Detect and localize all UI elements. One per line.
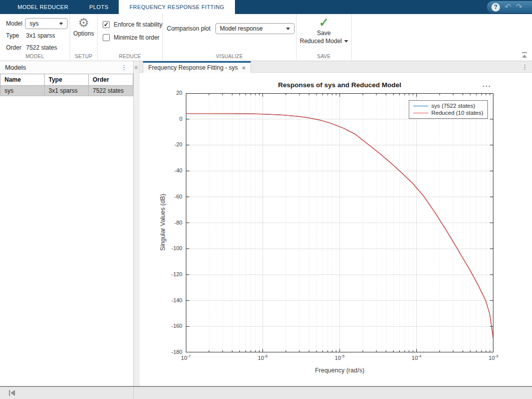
y-tick-label: -40 [159, 167, 182, 173]
save-button-label-line2: Reduced Model [300, 38, 342, 45]
model-reducer-app: MODEL REDUCER PLOTS FREQUENCY RESPONSE F… [0, 0, 532, 399]
cell-type: 3x1 sparss [45, 86, 89, 96]
y-tick-label: -20 [159, 141, 182, 147]
tab-model-reducer[interactable]: MODEL REDUCER [7, 0, 79, 14]
legend-entry-reduced: Reduced (10 states) [409, 109, 487, 116]
save-check-icon: ✓ [297, 16, 351, 29]
table-row-sys[interactable]: sys 3x1 sparss 7522 states [1, 86, 133, 96]
plot-title: Responses of sys and Reduced Model [186, 81, 493, 89]
document-menu-icon[interactable]: ⋮ [521, 63, 528, 71]
document-panel: Frequency Response Fitting - sys × ⋮ Res… [139, 61, 532, 386]
gear-icon: ⚙ [70, 16, 97, 29]
enforce-fit-stability-checkbox[interactable]: ✓ [103, 21, 110, 28]
toolstrip-tab-bar: MODEL REDUCER PLOTS FREQUENCY RESPONSE F… [0, 0, 532, 14]
plot-options-icon[interactable]: ⋯ [482, 81, 491, 92]
models-panel: Models ⋮ Name Type Order sys 3x1 sparss … [0, 61, 134, 386]
options-button-label: Options [70, 30, 97, 37]
tab-frequency-response-fitting[interactable]: FREQUENCY RESPONSE FITTING [119, 0, 234, 14]
cell-name: sys [1, 86, 45, 96]
ribbon-section-visualize: Comparison plot Model response VISUALIZE [163, 14, 297, 61]
y-tick-label: 0 [159, 116, 182, 122]
x-tick-label: 10-6 [251, 354, 275, 361]
document-tab-label: Frequency Response Fitting - sys [148, 64, 238, 71]
y-tick-label: -120 [159, 271, 182, 277]
section-title-setup: SETUP [70, 54, 97, 59]
panel-splitter[interactable]: ≡ [134, 61, 139, 386]
cell-order: 7522 states [89, 86, 133, 96]
tab-plots[interactable]: PLOTS [79, 0, 119, 14]
models-col-order: Order [89, 74, 133, 86]
dropdown-caret-icon [344, 40, 348, 43]
section-title-save: SAVE [297, 54, 351, 59]
plot-legend[interactable]: sys (7522 states) Reduced (10 states) [409, 100, 488, 119]
y-tick-label: -140 [159, 297, 182, 303]
comparison-plot-label: Comparison plot [167, 25, 210, 32]
legend-label-reduced: Reduced (10 states) [431, 110, 483, 116]
collapse-panel-icon[interactable] [9, 390, 15, 396]
models-panel-menu-icon[interactable]: ⋮ [121, 64, 127, 71]
order-label: Order [6, 44, 22, 51]
models-panel-title: Models [5, 64, 121, 71]
section-title-visualize: VISUALIZE [163, 54, 296, 59]
options-button[interactable]: ⚙ Options [70, 16, 97, 37]
model-label: Model [6, 20, 23, 27]
status-bar-divider [133, 387, 134, 399]
y-tick-label: 20 [159, 90, 182, 96]
dropdown-caret-icon [286, 28, 290, 30]
x-tick-label: 10-4 [405, 354, 429, 361]
quick-access-bar: ? ↶ ↷ [487, 1, 532, 13]
help-icon[interactable]: ? [491, 3, 500, 12]
legend-line-sys [413, 106, 428, 106]
models-col-name: Name [1, 74, 45, 86]
legend-entry-sys: sys (7522 states) [409, 102, 487, 109]
legend-label-sys: sys (7522 states) [431, 103, 475, 109]
save-button-label-line1: Save [297, 29, 351, 37]
ribbon-section-model: Model sys Type 3x1 sparss Order 7522 sta… [0, 14, 70, 61]
minimize-fit-order-label: Minimize fit order [114, 34, 159, 41]
legend-line-reduced [413, 113, 428, 113]
x-tick-label: 10-7 [174, 354, 198, 361]
order-value: 7522 states [26, 44, 57, 51]
enforce-fit-stability-label: Enforce fit stability [114, 21, 162, 28]
models-col-type: Type [45, 74, 89, 86]
type-label: Type [6, 32, 19, 39]
tab-frequency-response-fitting-sys[interactable]: Frequency Response Fitting - sys × [143, 61, 251, 73]
status-bar [0, 386, 532, 399]
comparison-plot-dropdown-value: Model response [220, 25, 262, 32]
document-tab-bar: Frequency Response Fitting - sys × ⋮ [139, 61, 532, 73]
save-reduced-model-button[interactable]: ✓ Save Reduced Model [297, 16, 351, 45]
undo-icon[interactable]: ↶ [504, 3, 511, 11]
splitter-grip-icon: ≡ [134, 65, 139, 70]
ribbon-section-reduce: ✓ Enforce fit stability Minimize fit ord… [98, 14, 163, 61]
type-value: 3x1 sparss [26, 32, 55, 39]
section-title-reduce: REDUCE [98, 54, 162, 59]
models-table: Name Type Order sys 3x1 sparss 7522 stat… [0, 74, 133, 96]
ribbon: Model sys Type 3x1 sparss Order 7522 sta… [0, 14, 532, 61]
y-axis-label: Singular Values (dB) [159, 187, 167, 258]
x-tick-label: 10-3 [481, 354, 505, 361]
section-title-model: MODEL [0, 54, 70, 59]
comparison-plot-dropdown[interactable]: Model response [215, 23, 295, 34]
plot-axes [186, 93, 493, 352]
collapse-ribbon-icon[interactable] [521, 52, 528, 58]
y-tick-label: -160 [159, 323, 182, 329]
x-axis-label: Frequency (rad/s) [186, 367, 493, 374]
model-dropdown-value: sys [30, 20, 39, 27]
close-icon[interactable]: × [242, 64, 246, 72]
models-panel-header: Models ⋮ [0, 61, 133, 74]
model-dropdown[interactable]: sys [25, 18, 68, 29]
minimize-fit-order-checkbox[interactable] [103, 34, 110, 41]
x-tick-label: 10-5 [328, 354, 352, 361]
plot-figure: Responses of sys and Reduced Model ⋯ 200… [139, 73, 532, 386]
redo-icon[interactable]: ↷ [515, 3, 522, 11]
ribbon-section-save: ✓ Save Reduced Model SAVE [297, 14, 352, 61]
ribbon-section-setup: ⚙ Options SETUP [70, 14, 98, 61]
dropdown-caret-icon [59, 23, 63, 25]
